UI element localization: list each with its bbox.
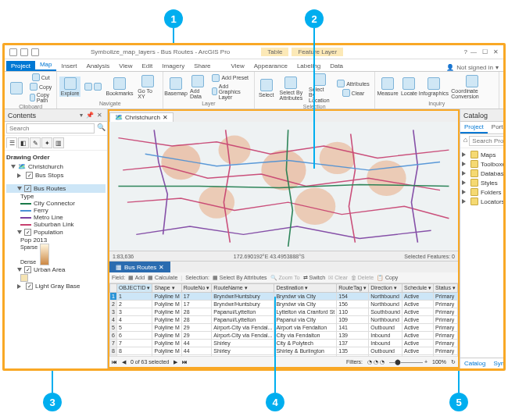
nav-next-icon[interactable]: ▶ (174, 359, 177, 365)
search-icon[interactable]: 🔍 (95, 123, 108, 133)
catalog-home-icon[interactable]: ⌂ (462, 136, 469, 146)
toc-urban[interactable]: ✓Urban Area (6, 265, 106, 274)
tab-appearance[interactable]: Appearance (249, 61, 292, 71)
toc-bus-routes[interactable]: ✓Bus Routes (6, 184, 106, 193)
tab-analysis[interactable]: Analysis (81, 61, 114, 71)
catalog-item-maps[interactable]: Maps (462, 150, 503, 159)
filter-icons[interactable]: ◔ ◔ ◔ (367, 359, 385, 365)
qat-save-icon[interactable] (9, 48, 17, 56)
tab-data[interactable]: Data (325, 61, 348, 71)
toc-population[interactable]: ✓Population (6, 228, 106, 237)
table-row[interactable]: 33Polyline M28Papanui/LytteltonLyttelton… (110, 308, 458, 316)
tab-imagery[interactable]: Imagery (157, 61, 189, 71)
contents-close-icon[interactable]: ✕ (95, 112, 104, 119)
attributes-button[interactable]: Attributes (334, 79, 372, 88)
contents-options-icon[interactable]: ▾ (78, 112, 84, 119)
col-direction[interactable]: Direction ▾ (369, 284, 402, 293)
attr-grid-scroll[interactable]: OBJECTID ▾Shape ▾RouteNo ▾RouteName ▾Des… (109, 283, 458, 356)
catalog-item-locators[interactable]: Locators (462, 197, 503, 206)
catalog-item-toolboxes[interactable]: Toolboxes (462, 159, 503, 169)
add-preset-button[interactable]: Add Preset (209, 73, 252, 83)
measure-button[interactable]: Measure (377, 77, 399, 97)
tab-insert[interactable]: Insert (56, 61, 81, 71)
toc-tab-selection[interactable]: ✎ (30, 137, 41, 148)
tab-table-view[interactable]: View (227, 61, 249, 71)
cut-button[interactable]: Cut (27, 73, 54, 82)
clear-selection-button[interactable]: Clear (334, 88, 372, 98)
toc-basemap[interactable]: ✓Light Gray Base (6, 282, 106, 290)
catalog-item-styles[interactable]: Styles (462, 178, 503, 187)
pause-button[interactable]: Pause (502, 73, 503, 82)
contents-pin-icon[interactable]: 📌 (84, 112, 95, 119)
copy-rows-button[interactable]: 📋 Copy (377, 275, 398, 281)
tab-map[interactable]: Map (35, 59, 57, 71)
toc-tab-snap[interactable]: ▥ (53, 137, 64, 148)
table-row[interactable]: 88Polyline M44ShirleyShirley & Burlingto… (110, 347, 458, 355)
tab-share[interactable]: Share (189, 61, 215, 71)
col-schedule[interactable]: Schedule ▾ (402, 284, 433, 293)
nav-icons[interactable] (82, 82, 104, 91)
toc-bus-stops[interactable]: ✓Bus Stops (6, 171, 106, 180)
view-unplaced-button[interactable]: View Unplaced (502, 82, 503, 94)
table-row[interactable]: 55Polyline M29Airport-City via Fendal...… (110, 324, 458, 332)
col-objectid[interactable]: OBJECTID ▾ (116, 284, 152, 293)
map-scale[interactable]: 1:83,636 (113, 254, 134, 259)
toc-tab-label[interactable]: ✦ (41, 137, 52, 148)
paste-button[interactable] (7, 81, 26, 95)
qat-redo-icon[interactable] (31, 48, 39, 56)
calculate-button[interactable]: ▦ Calculate (148, 275, 177, 281)
toc-map[interactable]: 🗺️Christchurch (6, 162, 106, 171)
table-row[interactable]: 11Polyline M17Bryndwr/HuntsburyBryndwr v… (110, 293, 458, 301)
nav-prev-icon[interactable]: ◀ (122, 359, 126, 365)
tab-view[interactable]: View (114, 61, 137, 71)
catalog-bottom-symbology[interactable]: Symbology (489, 358, 503, 368)
close-button[interactable]: ✕ (491, 48, 500, 56)
explore-button[interactable]: Explore (59, 77, 80, 97)
col-routename[interactable]: RouteName ▾ (212, 284, 274, 293)
map-tab[interactable]: 🗺️ Christchurch ✕ (109, 112, 174, 122)
qat-undo-icon[interactable] (20, 48, 28, 56)
select-button[interactable]: Select (257, 78, 276, 98)
col-routeno[interactable]: RouteNo ▾ (181, 284, 212, 293)
infographics-button[interactable]: Infographics (420, 77, 447, 97)
nav-first-icon[interactable]: ⏮ (112, 359, 117, 365)
delete-button[interactable]: 🗑 Delete (351, 275, 374, 280)
table-row[interactable]: 77Polyline M44ShirleyCity & Polytech137I… (110, 340, 458, 347)
minimize-button[interactable]: — (469, 48, 478, 56)
copy-path-button[interactable]: Copy Path (27, 91, 54, 104)
coord-conv-button[interactable]: Coordinate Conversion (449, 74, 495, 100)
goto-xy-button[interactable]: Go To XY (135, 74, 160, 100)
clear-button[interactable]: ☒ Clear (328, 275, 348, 281)
table-row[interactable]: 66Polyline M29Airport-City via Fendal...… (110, 332, 458, 340)
attr-tab-bus-routes[interactable]: ▦ Bus Routes ✕ (109, 262, 170, 272)
nav-last-icon[interactable]: ⏭ (182, 359, 188, 365)
sel-by-attr-button[interactable]: ▦ Select By Attributes (213, 275, 267, 281)
col-routetag[interactable]: RouteTag ▾ (337, 284, 369, 293)
catalog-tab-project[interactable]: Project (460, 122, 488, 133)
toc-tab-source[interactable]: ◧ (18, 137, 29, 148)
bookmarks-button[interactable]: Bookmarks (106, 77, 134, 97)
catalog-bottom-catalog[interactable]: Catalog (460, 358, 490, 368)
col-destination[interactable]: Destination ▾ (274, 284, 337, 293)
toc-tab-drawing[interactable]: ☰ (6, 137, 17, 148)
select-by-loc-button[interactable]: Select By Location (306, 73, 333, 104)
catalog-search-input[interactable] (469, 136, 503, 146)
col-shape[interactable]: Shape ▾ (152, 284, 181, 293)
tab-edit[interactable]: Edit (137, 61, 157, 71)
catalog-item-databases[interactable]: Databases (462, 169, 503, 178)
table-row[interactable]: 22Polyline M17Bryndwr/HuntsburyBryndwr v… (110, 301, 458, 308)
select-by-attr-button[interactable]: Select By Attributes (277, 76, 305, 101)
add-graphics-button[interactable]: Add Graphics Layer (209, 83, 252, 101)
contents-search-input[interactable] (6, 123, 95, 133)
maximize-button[interactable]: ☐ (480, 48, 489, 56)
copy-button[interactable]: Copy (27, 82, 54, 91)
more-button[interactable]: More (502, 94, 503, 104)
col-status[interactable]: Status ▾ (434, 284, 458, 293)
table-row[interactable]: 44Polyline M28Papanui/LytteltonPapanui v… (110, 316, 458, 324)
tab-labeling[interactable]: Labeling (292, 61, 325, 71)
help-button[interactable]: ? (464, 48, 467, 56)
tab-project[interactable]: Project (6, 61, 35, 71)
map-view[interactable] (109, 122, 458, 251)
switch-button[interactable]: ⇄ Switch (303, 275, 326, 281)
signin-status[interactable]: 👤 Not signed in ▾ (446, 64, 503, 71)
